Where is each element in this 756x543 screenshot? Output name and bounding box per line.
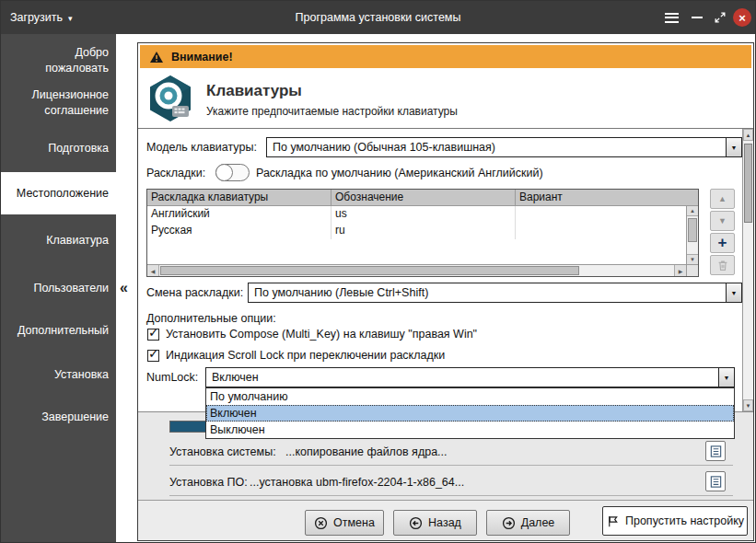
cell-code: ru: [331, 223, 516, 239]
software-install-label: Установка ПО:: [169, 476, 248, 489]
load-menu-label: Загрузить: [10, 11, 63, 24]
scrollbar-thumb[interactable]: [688, 218, 697, 242]
scrollbar-thumb[interactable]: [160, 266, 579, 275]
software-install-status: ...установка ubm-firefox-2204-1-x86_64..…: [250, 476, 464, 489]
warning-text: Внимание!: [171, 51, 233, 64]
back-button[interactable]: Назад: [393, 510, 477, 536]
minimize-button[interactable]: [687, 8, 707, 27]
log-icon: [709, 445, 723, 458]
sidebar-item-keyboard[interactable]: Клавиатура: [1, 233, 116, 248]
scroll-up-icon[interactable]: ▲: [743, 129, 753, 141]
skip-label: Пропустить настройку: [625, 514, 744, 527]
table-vertical-scrollbar[interactable]: ▲ ▼: [686, 206, 698, 264]
col-header-layout[interactable]: Раскладка клавиатуры: [147, 190, 331, 205]
toggle-knob: [215, 164, 233, 181]
warning-icon: [149, 51, 164, 64]
sidebar-item-welcome[interactable]: Добро пожаловать: [1, 45, 116, 76]
hamburger-icon: [665, 10, 679, 25]
menu-button[interactable]: [661, 8, 681, 27]
numlock-value: Включен: [206, 371, 718, 384]
add-layout-button[interactable]: +: [710, 233, 735, 253]
sidebar-collapse-chevron[interactable]: «: [120, 280, 128, 296]
expand-icon: [714, 11, 727, 24]
cancel-icon: [314, 516, 328, 530]
checkmark-icon: ✓: [148, 346, 159, 361]
scroll-down-icon[interactable]: ▼: [743, 399, 753, 411]
separator: [169, 465, 733, 466]
scroll-left-icon[interactable]: ◀: [147, 265, 159, 276]
load-menu-button[interactable]: Загрузить ▾: [10, 1, 73, 34]
numlock-select[interactable]: Включен ▼: [205, 367, 735, 387]
separator: [169, 495, 733, 496]
sidebar-item-additional[interactable]: Дополнительный: [1, 323, 116, 339]
cancel-label: Отмена: [333, 516, 375, 529]
back-icon: [409, 516, 423, 530]
warning-banner: Внимание!: [140, 45, 751, 68]
additional-options-label: Дополнительные опции:: [146, 308, 276, 329]
layouts-label: Раскладки:: [146, 163, 205, 183]
scrolllock-indication-label[interactable]: Индикация Scroll Lock при переключении р…: [166, 349, 445, 362]
table-row[interactable]: Русская ru: [147, 223, 698, 239]
move-layout-down-button[interactable]: ▼: [710, 211, 735, 231]
skip-settings-button[interactable]: Пропустить настройку: [602, 506, 748, 536]
page-subtitle: Укажите предпочитаемые настройки клавиат…: [206, 105, 458, 118]
scroll-right-icon[interactable]: ▶: [674, 265, 686, 276]
layout-switch-select[interactable]: По умолчанию (Левые Ctrl+Shift) ▼: [248, 283, 742, 303]
scroll-up-icon[interactable]: ▲: [687, 206, 698, 216]
dropdown-arrow-icon[interactable]: ▼: [718, 368, 734, 387]
scrolllock-indication-checkbox[interactable]: ✓: [147, 350, 159, 362]
table-header-row: Раскладка клавиатуры Обозначение Вариант: [147, 190, 698, 206]
system-install-status: ...копирование файлов ядра...: [285, 445, 448, 458]
col-header-code[interactable]: Обозначение: [331, 190, 516, 205]
sidebar-item-preparation[interactable]: Подготовка: [1, 141, 116, 156]
scrollbar-thumb[interactable]: [744, 144, 752, 223]
expand-button[interactable]: [710, 8, 730, 27]
system-log-button[interactable]: [705, 441, 726, 461]
titlebar: Загрузить ▾ Программа установки системы …: [1, 1, 755, 34]
default-layout-toggle[interactable]: [215, 164, 250, 181]
layouts-hint: Раскладка по умолчанию (Американский Анг…: [256, 163, 543, 183]
numlock-option-default[interactable]: По умолчанию: [206, 388, 734, 405]
compose-key-label[interactable]: Установить Compose (Multi_Key) на клавиш…: [166, 328, 477, 341]
log-icon: [709, 475, 723, 489]
cell-code: us: [331, 206, 516, 223]
table-row[interactable]: Английский us: [147, 206, 698, 223]
table-horizontal-scrollbar[interactable]: ◀ ▶: [147, 264, 686, 276]
cell-layout: Английский: [147, 206, 331, 223]
layout-switch-label: Смена раскладки:: [146, 283, 243, 303]
dropdown-arrow-icon[interactable]: ▼: [726, 283, 741, 302]
page-title: Клавиатуры: [206, 82, 302, 100]
keyboard-layouts-table: Раскладка клавиатуры Обозначение Вариант…: [146, 189, 699, 277]
window-title: Программа установки системы: [1, 1, 755, 34]
layout-switch-value: По умолчанию (Левые Ctrl+Shift): [249, 286, 726, 299]
close-button[interactable]: ×: [733, 8, 751, 27]
main-panel: Внимание! Клавиатуры Укажите предпочитае…: [137, 42, 754, 541]
close-icon: ×: [739, 12, 746, 24]
footer-bar: Отмена Назад Далее Пропустить настро: [138, 500, 753, 540]
delete-layout-button[interactable]: [710, 255, 735, 275]
compose-key-checkbox[interactable]: ✓: [147, 329, 159, 341]
caret-down-icon: ▾: [68, 13, 73, 23]
move-layout-up-button[interactable]: ▲: [710, 189, 735, 209]
minimize-icon: [692, 17, 703, 18]
installer-window: Загрузить ▾ Программа установки системы …: [0, 0, 756, 543]
numlock-option-on[interactable]: Включен: [206, 405, 734, 422]
scroll-down-icon[interactable]: ▼: [687, 254, 698, 264]
cancel-button[interactable]: Отмена: [305, 510, 384, 536]
sidebar-item-installation[interactable]: Установка: [1, 367, 116, 383]
keyboard-model-label: Модель клавиатуры:: [146, 137, 257, 157]
form-vertical-scrollbar[interactable]: ▲ ▼: [742, 129, 753, 411]
next-label: Далее: [521, 516, 555, 529]
software-log-button[interactable]: [705, 471, 726, 491]
col-header-variant[interactable]: Вариант: [516, 190, 698, 205]
numlock-label: NumLock:: [146, 367, 198, 387]
sidebar-item-location[interactable]: Местоположение: [1, 172, 116, 214]
dropdown-arrow-icon[interactable]: ▼: [726, 138, 741, 156]
numlock-option-off[interactable]: Выключен: [206, 422, 734, 438]
sidebar-item-license[interactable]: Лицензионное соглашение: [1, 87, 116, 119]
numlock-dropdown-list: По умолчанию Включен Выключен: [205, 387, 735, 439]
sidebar-item-finish[interactable]: Завершение: [1, 410, 116, 425]
keyboard-model-select[interactable]: По умолчанию (Обычная 105-клавишная) ▼: [266, 137, 742, 157]
sidebar-item-users[interactable]: Пользователи: [1, 281, 116, 296]
next-button[interactable]: Далее: [486, 510, 570, 536]
